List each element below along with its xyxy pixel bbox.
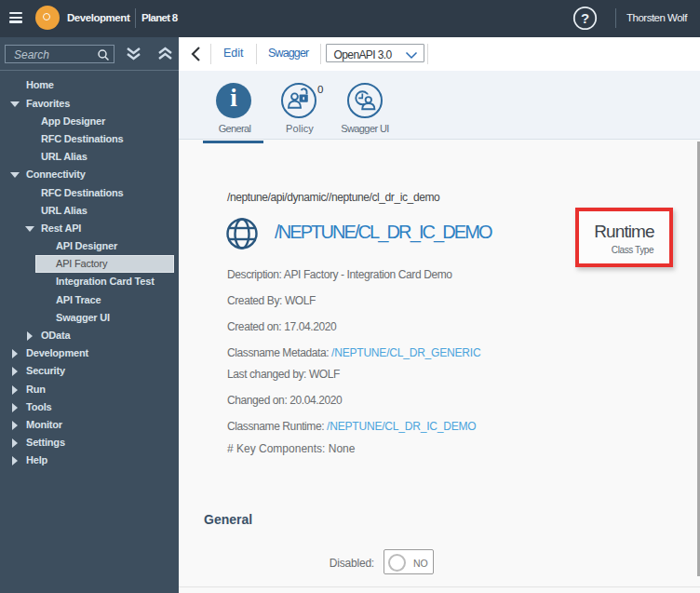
svg-text:?: ? (581, 10, 589, 26)
